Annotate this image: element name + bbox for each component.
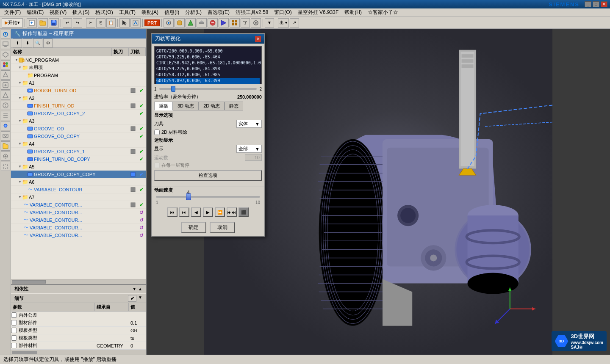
tb-view1[interactable]: [130, 18, 141, 28]
tb-b1[interactable]: [164, 18, 174, 28]
tb-b7[interactable]: [230, 18, 240, 28]
tree-row-var-contour-2[interactable]: 〜 VARIABLE_CONTOUR... ✔: [11, 201, 146, 209]
expand-a4[interactable]: ▼: [18, 142, 22, 146]
tree-row-groove-od[interactable]: GROOVE_OD ✔: [11, 125, 146, 132]
tb-b5[interactable]: [208, 18, 218, 28]
expand-a1[interactable]: ▼: [18, 81, 22, 85]
tb-redo[interactable]: ↪: [73, 18, 82, 28]
menu-format[interactable]: 格式(O): [93, 8, 115, 17]
tb-cut[interactable]: ✂: [86, 18, 95, 28]
progress-slider-thumb[interactable]: [171, 86, 175, 92]
tab-static[interactable]: 静态: [225, 102, 243, 110]
bottom-hscrollbar[interactable]: [11, 350, 146, 355]
tree-row-finish-turn-copy[interactable]: FINISH_TURN_OD_COPY ✔: [11, 155, 146, 163]
code-display[interactable]: GOTO/200.000,0.000,-65.000 GOTO/59.225,0…: [154, 46, 262, 84]
check-mubanleixing[interactable]: [11, 328, 17, 333]
menu-help[interactable]: 帮助(H): [342, 8, 364, 17]
material-remove-check[interactable]: [154, 130, 160, 135]
tree-rows-container[interactable]: ▼ NC_PROGRAM ▼ 📁 未用项 📁 PROGRAM: [11, 56, 146, 279]
menu-user[interactable]: ☆客家小子☆: [365, 8, 401, 17]
tb-b3[interactable]: [186, 18, 196, 28]
sidebar-icon-2[interactable]: [1, 40, 10, 49]
nav-tb-4[interactable]: ⚙: [43, 39, 53, 48]
maximize-button[interactable]: □: [593, 1, 599, 7]
menu-qtools[interactable]: 洁强工具v2.58: [233, 8, 271, 17]
tree-row-var-contour-3[interactable]: 〜 VARIABLE_CONTOUR... ↺: [11, 209, 146, 216]
tab-2d-dynamic[interactable]: 2D 动态: [199, 102, 225, 110]
nav-tb-2[interactable]: ⬇: [23, 39, 32, 48]
tree-row-nc-program[interactable]: ▼ NC_PROGRAM: [11, 56, 146, 64]
sidebar-icon-6[interactable]: [1, 80, 10, 90]
tb-copy[interactable]: ⎘: [96, 18, 105, 28]
tree-row-groove-od-copy-1[interactable]: GROOVE_OD_COPY_1 ✔: [11, 148, 146, 155]
bottom-hscroll-thumb[interactable]: [12, 351, 37, 354]
check-bujian[interactable]: [11, 343, 17, 348]
tb-b9[interactable]: [251, 18, 261, 28]
sidebar-icon-1[interactable]: [1, 30, 10, 39]
tb-b4[interactable]: [197, 18, 207, 28]
dialog-close-btn[interactable]: ✕: [255, 36, 261, 42]
nav-tb-3[interactable]: 🔍: [33, 39, 42, 48]
expand-unused[interactable]: ▼: [18, 66, 22, 69]
tree-row-a1[interactable]: ▼ 📁 A1: [11, 79, 146, 87]
menu-info[interactable]: 信息(I): [162, 8, 182, 17]
menu-assembly[interactable]: 装配(A): [139, 8, 161, 17]
sidebar-icon-10[interactable]: [1, 121, 10, 130]
sidebar-icon-4[interactable]: [1, 60, 10, 69]
tb-undo[interactable]: ↩: [63, 18, 72, 28]
tb-b2[interactable]: [175, 18, 185, 28]
tree-row-a7[interactable]: ▼ 📁 A7: [11, 193, 146, 201]
tree-hscrollbar[interactable]: [11, 279, 146, 284]
sidebar-icon-14[interactable]: [1, 162, 10, 171]
play-btn-prev-frame[interactable]: ⏭: [179, 207, 189, 217]
speed-slider[interactable]: 4: [156, 196, 260, 198]
tree-row-a2[interactable]: ▼ 📁 A2: [11, 94, 146, 102]
menu-tools[interactable]: 工具(T): [116, 8, 138, 17]
code-line-6[interactable]: GOTO/54.897,0.000,-63.399: [156, 78, 260, 84]
nav-tb-1[interactable]: ⬆: [13, 39, 22, 48]
confirm-button[interactable]: 确定: [181, 222, 206, 233]
tb-arrow[interactable]: ↗: [290, 18, 299, 28]
hscroll-thumb[interactable]: [12, 280, 46, 284]
sidebar-icon-12[interactable]: [1, 141, 10, 151]
menu-plugin[interactable]: 星空外挂 V6.933F: [295, 8, 341, 17]
menu-analysis[interactable]: 分析(L): [183, 8, 204, 17]
cancel-button[interactable]: 取消: [210, 222, 235, 233]
detail-check-btn[interactable]: ✔: [128, 295, 136, 302]
close-button[interactable]: ✕: [601, 1, 607, 7]
tb-new[interactable]: [27, 18, 37, 28]
tree-row-rough-turn[interactable]: ROUGH_TURN_OD ✔: [11, 87, 146, 94]
tab-3d-dynamic[interactable]: 3D 动态: [173, 102, 199, 110]
tree-row-a3[interactable]: ▼ 📁 A3: [11, 117, 146, 125]
viewport[interactable]: 刀轨可视化 ✕ GOTO/200.000,0.000,-65.000 GOTO/…: [147, 29, 610, 355]
sidebar-icon-8[interactable]: [1, 101, 10, 110]
minimize-button[interactable]: _: [585, 1, 591, 7]
sidebar-icon-3[interactable]: [1, 50, 10, 59]
tb-b8[interactable]: 字: [241, 18, 250, 28]
play-btn-stop[interactable]: ⬛: [238, 207, 249, 217]
tb-select[interactable]: [119, 18, 130, 28]
sidebar-icon-13[interactable]: [1, 152, 10, 161]
sidebar-icon-5[interactable]: [1, 70, 10, 80]
visualization-dialog[interactable]: 刀轨可视化 ✕ GOTO/200.000,0.000,-65.000 GOTO/…: [151, 33, 265, 237]
expand-nc-program[interactable]: ▼: [14, 58, 19, 62]
tab-replay[interactable]: 重播: [154, 102, 173, 110]
tree-row-unused[interactable]: ▼ 📁 未用项: [11, 64, 146, 72]
sidebar-icon-11[interactable]: [1, 131, 10, 141]
tree-row-groove-copy-copy[interactable]: GROOVE_OD_COPY_COPY ✔: [11, 171, 146, 178]
dependency-collapse-btn[interactable]: ▼: [132, 287, 136, 291]
check-mubanleixing2[interactable]: [11, 335, 17, 341]
progress-slider-track[interactable]: [159, 86, 257, 92]
menu-view[interactable]: 视图(V): [47, 8, 69, 17]
show-dropdown[interactable]: 全部 ▼: [236, 145, 262, 153]
start-button[interactable]: ▶ 开始▾: [2, 18, 23, 28]
tree-row-a4[interactable]: ▼ 📁 A4: [11, 140, 146, 148]
tree-row-program[interactable]: 📁 PROGRAM: [11, 72, 146, 79]
tb-filter[interactable]: ▼: [265, 18, 274, 28]
play-btn-forward[interactable]: ▶: [203, 207, 213, 217]
tree-row-var-contour[interactable]: 〜 VARIABLE_CONTOUR ✔: [11, 186, 146, 193]
sidebar-icon-7[interactable]: [1, 91, 10, 100]
menu-window[interactable]: 窗口(O): [272, 8, 294, 17]
expand-a3[interactable]: ▼: [18, 119, 22, 123]
speed-thumb[interactable]: [186, 193, 191, 200]
